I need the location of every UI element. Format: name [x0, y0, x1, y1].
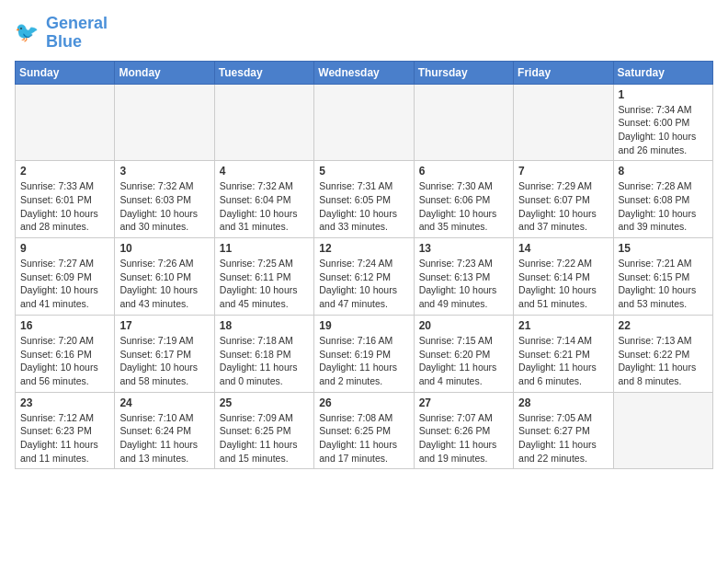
day-number: 26: [319, 396, 408, 409]
calendar-table: SundayMondayTuesdayWednesdayThursdayFrid…: [15, 61, 713, 470]
day-number: 19: [319, 319, 408, 332]
day-number: 27: [419, 396, 508, 409]
weekday-header: Friday: [514, 61, 613, 84]
calendar-week-row: 16Sunrise: 7:20 AMSunset: 6:16 PMDayligh…: [16, 315, 713, 392]
day-number: 15: [619, 242, 708, 255]
logo-text: General Blue: [46, 15, 108, 52]
calendar-week-row: 23Sunrise: 7:12 AMSunset: 6:23 PMDayligh…: [16, 392, 713, 469]
day-info: Sunrise: 7:26 AMSunset: 6:10 PMDaylight:…: [119, 257, 209, 311]
day-info: Sunrise: 7:05 AMSunset: 6:27 PMDaylight:…: [518, 411, 608, 465]
calendar-cell: 19Sunrise: 7:16 AMSunset: 6:19 PMDayligh…: [314, 315, 414, 392]
calendar-cell: [613, 392, 712, 469]
calendar-cell: 12Sunrise: 7:24 AMSunset: 6:12 PMDayligh…: [314, 238, 414, 316]
calendar-cell: 5Sunrise: 7:31 AMSunset: 6:05 PMDaylight…: [314, 161, 414, 238]
day-number: 14: [518, 242, 608, 255]
page-header: 🐦 General Blue: [15, 15, 713, 52]
day-number: 21: [518, 319, 608, 332]
day-info: Sunrise: 7:31 AMSunset: 6:05 PMDaylight:…: [319, 179, 408, 234]
day-info: Sunrise: 7:07 AMSunset: 6:26 PMDaylight:…: [419, 411, 508, 465]
calendar-cell: 17Sunrise: 7:19 AMSunset: 6:17 PMDayligh…: [115, 315, 214, 392]
calendar-cell: 2Sunrise: 7:33 AMSunset: 6:01 PMDaylight…: [16, 161, 115, 238]
day-info: Sunrise: 7:08 AMSunset: 6:25 PMDaylight:…: [319, 411, 408, 465]
weekday-header: Wednesday: [314, 61, 414, 84]
calendar-week-row: 9Sunrise: 7:27 AMSunset: 6:09 PMDaylight…: [16, 238, 713, 316]
day-info: Sunrise: 7:21 AMSunset: 6:15 PMDaylight:…: [619, 257, 708, 311]
day-number: 11: [220, 242, 309, 255]
day-info: Sunrise: 7:27 AMSunset: 6:09 PMDaylight:…: [20, 257, 109, 311]
day-info: Sunrise: 7:22 AMSunset: 6:14 PMDaylight:…: [518, 257, 608, 311]
weekday-header: Sunday: [16, 61, 115, 84]
calendar-cell: 22Sunrise: 7:13 AMSunset: 6:22 PMDayligh…: [613, 315, 712, 392]
calendar-cell: 10Sunrise: 7:26 AMSunset: 6:10 PMDayligh…: [115, 238, 214, 316]
day-info: Sunrise: 7:28 AMSunset: 6:08 PMDaylight:…: [619, 179, 708, 234]
day-info: Sunrise: 7:29 AMSunset: 6:07 PMDaylight:…: [518, 179, 608, 234]
day-info: Sunrise: 7:33 AMSunset: 6:01 PMDaylight:…: [20, 179, 109, 234]
calendar-cell: [214, 84, 313, 161]
calendar-cell: 18Sunrise: 7:18 AMSunset: 6:18 PMDayligh…: [214, 315, 313, 392]
calendar-cell: 1Sunrise: 7:34 AMSunset: 6:00 PMDaylight…: [613, 84, 712, 161]
calendar-cell: 27Sunrise: 7:07 AMSunset: 6:26 PMDayligh…: [414, 392, 513, 469]
day-info: Sunrise: 7:20 AMSunset: 6:16 PMDaylight:…: [20, 334, 109, 388]
calendar-cell: 11Sunrise: 7:25 AMSunset: 6:11 PMDayligh…: [214, 238, 313, 316]
calendar-cell: [414, 84, 513, 161]
day-info: Sunrise: 7:15 AMSunset: 6:20 PMDaylight:…: [419, 334, 508, 388]
calendar-cell: [16, 84, 115, 161]
calendar-week-row: 2Sunrise: 7:33 AMSunset: 6:01 PMDaylight…: [16, 161, 713, 238]
day-number: 24: [119, 396, 209, 409]
calendar-cell: 15Sunrise: 7:21 AMSunset: 6:15 PMDayligh…: [613, 238, 712, 316]
day-number: 20: [419, 319, 508, 332]
day-number: 18: [220, 319, 309, 332]
day-info: Sunrise: 7:16 AMSunset: 6:19 PMDaylight:…: [319, 334, 408, 388]
day-info: Sunrise: 7:23 AMSunset: 6:13 PMDaylight:…: [419, 257, 508, 311]
day-number: 5: [319, 165, 408, 178]
day-number: 17: [119, 319, 209, 332]
day-info: Sunrise: 7:34 AMSunset: 6:00 PMDaylight:…: [619, 103, 708, 157]
weekday-header: Monday: [115, 61, 214, 84]
day-number: 23: [20, 396, 109, 409]
calendar-cell: 26Sunrise: 7:08 AMSunset: 6:25 PMDayligh…: [314, 392, 414, 469]
weekday-header: Tuesday: [214, 61, 313, 84]
calendar-cell: [514, 84, 613, 161]
day-info: Sunrise: 7:30 AMSunset: 6:06 PMDaylight:…: [419, 179, 508, 234]
calendar-cell: 16Sunrise: 7:20 AMSunset: 6:16 PMDayligh…: [16, 315, 115, 392]
day-number: 4: [220, 165, 309, 178]
day-number: 25: [220, 396, 309, 409]
day-number: 28: [518, 396, 608, 409]
calendar-cell: 21Sunrise: 7:14 AMSunset: 6:21 PMDayligh…: [514, 315, 613, 392]
calendar-cell: [115, 84, 214, 161]
calendar-cell: [314, 84, 414, 161]
calendar-cell: 7Sunrise: 7:29 AMSunset: 6:07 PMDaylight…: [514, 161, 613, 238]
day-number: 2: [20, 165, 109, 178]
day-number: 16: [20, 319, 109, 332]
calendar-cell: 8Sunrise: 7:28 AMSunset: 6:08 PMDaylight…: [613, 161, 712, 238]
day-number: 3: [119, 165, 209, 178]
calendar-cell: 20Sunrise: 7:15 AMSunset: 6:20 PMDayligh…: [414, 315, 513, 392]
day-number: 8: [619, 165, 708, 178]
day-info: Sunrise: 7:13 AMSunset: 6:22 PMDaylight:…: [619, 334, 708, 388]
calendar-header-row: SundayMondayTuesdayWednesdayThursdayFrid…: [16, 61, 713, 84]
day-number: 7: [518, 165, 608, 178]
logo: 🐦 General Blue: [15, 15, 108, 52]
calendar-week-row: 1Sunrise: 7:34 AMSunset: 6:00 PMDaylight…: [16, 84, 713, 161]
calendar-cell: 6Sunrise: 7:30 AMSunset: 6:06 PMDaylight…: [414, 161, 513, 238]
calendar-cell: 9Sunrise: 7:27 AMSunset: 6:09 PMDaylight…: [16, 238, 115, 316]
day-number: 6: [419, 165, 508, 178]
weekday-header: Saturday: [613, 61, 712, 84]
calendar-cell: 24Sunrise: 7:10 AMSunset: 6:24 PMDayligh…: [115, 392, 214, 469]
calendar-cell: 13Sunrise: 7:23 AMSunset: 6:13 PMDayligh…: [414, 238, 513, 316]
day-info: Sunrise: 7:09 AMSunset: 6:25 PMDaylight:…: [220, 411, 309, 465]
day-info: Sunrise: 7:12 AMSunset: 6:23 PMDaylight:…: [20, 411, 109, 465]
day-info: Sunrise: 7:10 AMSunset: 6:24 PMDaylight:…: [119, 411, 209, 465]
calendar-cell: 23Sunrise: 7:12 AMSunset: 6:23 PMDayligh…: [16, 392, 115, 469]
day-info: Sunrise: 7:32 AMSunset: 6:04 PMDaylight:…: [220, 179, 309, 234]
day-number: 13: [419, 242, 508, 255]
day-info: Sunrise: 7:18 AMSunset: 6:18 PMDaylight:…: [220, 334, 309, 388]
day-info: Sunrise: 7:14 AMSunset: 6:21 PMDaylight:…: [518, 334, 608, 388]
calendar-cell: 3Sunrise: 7:32 AMSunset: 6:03 PMDaylight…: [115, 161, 214, 238]
day-number: 9: [20, 242, 109, 255]
day-info: Sunrise: 7:32 AMSunset: 6:03 PMDaylight:…: [119, 179, 209, 234]
day-number: 10: [119, 242, 209, 255]
calendar-cell: 25Sunrise: 7:09 AMSunset: 6:25 PMDayligh…: [214, 392, 313, 469]
weekday-header: Thursday: [414, 61, 513, 84]
logo-icon: 🐦: [15, 19, 42, 47]
